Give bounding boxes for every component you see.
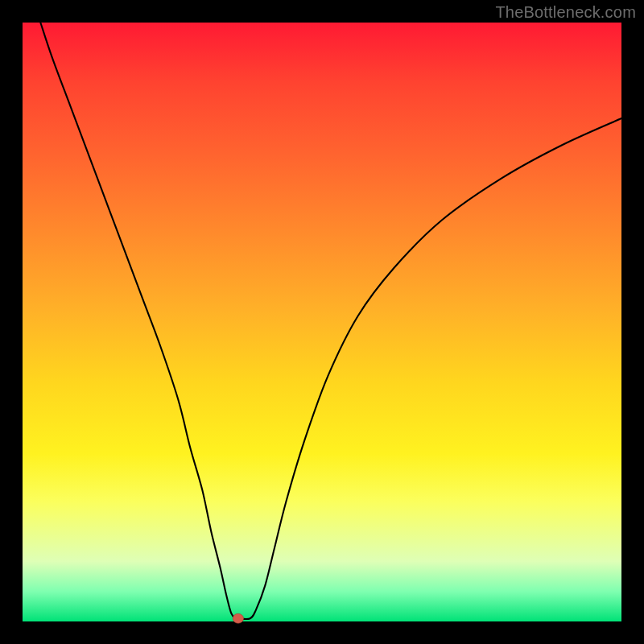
watermark-label: TheBottleneck.com xyxy=(495,3,636,22)
curve-minimum-marker xyxy=(233,613,243,623)
bottleneck-curve-path xyxy=(40,23,621,619)
chart-svg xyxy=(23,23,621,621)
chart-frame: TheBottleneck.com xyxy=(0,0,644,644)
